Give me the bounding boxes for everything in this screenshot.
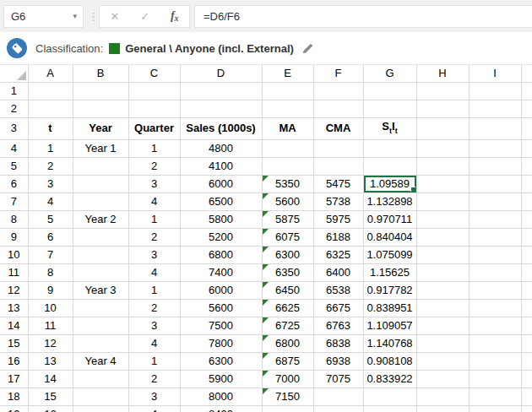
row-header-16[interactable]: 16 xyxy=(0,352,28,370)
cell-I11[interactable] xyxy=(469,263,521,281)
cell-A1[interactable] xyxy=(28,83,73,100)
cell-D11[interactable]: 7400 xyxy=(180,263,262,281)
cell-D12[interactable]: 6000 xyxy=(180,281,262,299)
cell-G8[interactable]: 0.970711 xyxy=(363,210,416,228)
cell-I6[interactable] xyxy=(469,175,521,192)
cell-C18[interactable]: 3 xyxy=(128,388,180,405)
cell-D6[interactable]: 6000 xyxy=(180,175,262,192)
cell-F5[interactable] xyxy=(313,157,363,175)
cell-H10[interactable] xyxy=(416,246,469,263)
cell-B8[interactable]: Year 2 xyxy=(73,210,128,228)
cell-H12[interactable] xyxy=(416,281,469,299)
cell-H8[interactable] xyxy=(416,210,469,228)
row-header-5[interactable]: 5 xyxy=(0,157,28,175)
cell-H18[interactable] xyxy=(416,388,469,405)
column-header-I[interactable]: I xyxy=(469,65,521,83)
cell-D17[interactable]: 5900 xyxy=(180,370,262,388)
cell-F6[interactable]: 5475 xyxy=(313,175,363,192)
enter-icon[interactable]: ✓ xyxy=(140,10,149,23)
cell-H7[interactable] xyxy=(416,192,469,210)
chevron-down-icon[interactable]: ▾ xyxy=(73,12,83,20)
cell-H9[interactable] xyxy=(416,228,469,246)
cell-A7[interactable]: 4 xyxy=(28,192,73,210)
cell-I3[interactable] xyxy=(469,118,521,140)
cell-D16[interactable]: 6300 xyxy=(180,352,262,370)
cell-F15[interactable]: 6838 xyxy=(313,334,363,352)
cell-I7[interactable] xyxy=(469,192,521,210)
cell-G19[interactable] xyxy=(363,405,416,412)
cell-C19[interactable]: 4 xyxy=(128,405,180,412)
row-header-11[interactable]: 11 xyxy=(0,263,28,281)
cell-B10[interactable] xyxy=(73,246,128,263)
cell-H1[interactable] xyxy=(416,83,469,100)
row-header-14[interactable]: 14 xyxy=(0,317,28,334)
cell-A2[interactable] xyxy=(28,100,73,118)
cell-H11[interactable] xyxy=(416,263,469,281)
cell-B3[interactable]: Year xyxy=(73,118,128,140)
cell-D9[interactable]: 5200 xyxy=(180,228,262,246)
column-header-H[interactable]: H xyxy=(416,65,469,83)
cell-D4[interactable]: 4800 xyxy=(180,139,262,157)
cell-F2[interactable] xyxy=(313,100,363,118)
column-header-E[interactable]: E xyxy=(262,65,313,83)
cell-C12[interactable]: 1 xyxy=(128,281,180,299)
cell-B17[interactable] xyxy=(73,370,128,388)
cell-A12[interactable]: 9 xyxy=(28,281,73,299)
cell-G9[interactable]: 0.840404 xyxy=(363,228,416,246)
cell-E18[interactable]: 7150 xyxy=(262,388,313,405)
cell-B15[interactable] xyxy=(73,334,128,352)
cancel-icon[interactable]: ✕ xyxy=(110,10,119,23)
cell-C7[interactable]: 4 xyxy=(128,192,180,210)
cell-D15[interactable]: 7800 xyxy=(180,334,262,352)
row-header-3[interactable]: 3 xyxy=(0,118,28,140)
cell-A14[interactable]: 11 xyxy=(28,317,73,334)
cell-F7[interactable]: 5738 xyxy=(313,192,363,210)
cell-A15[interactable]: 12 xyxy=(28,334,73,352)
cell-G2[interactable] xyxy=(363,100,416,118)
cell-F10[interactable]: 6325 xyxy=(313,246,363,263)
cell-B16[interactable]: Year 4 xyxy=(73,352,128,370)
cell-D2[interactable] xyxy=(180,100,262,118)
cell-I17[interactable] xyxy=(469,370,521,388)
cell-I18[interactable] xyxy=(469,388,521,405)
cell-E8[interactable]: 5875 xyxy=(262,210,313,228)
cell-F9[interactable]: 6188 xyxy=(313,228,363,246)
cell-G17[interactable]: 0.833922 xyxy=(363,370,416,388)
cell-E1[interactable] xyxy=(262,83,313,100)
cell-I19[interactable] xyxy=(469,405,521,412)
cell-E2[interactable] xyxy=(262,100,313,118)
cell-I9[interactable] xyxy=(469,228,521,246)
cell-C2[interactable] xyxy=(128,100,180,118)
cell-G10[interactable]: 1.075099 xyxy=(363,246,416,263)
row-header-2[interactable]: 2 xyxy=(0,100,28,118)
cell-A3[interactable]: t xyxy=(28,118,73,140)
cell-H5[interactable] xyxy=(416,157,469,175)
column-header-D[interactable]: D xyxy=(180,65,262,83)
cell-E16[interactable]: 6875 xyxy=(262,352,313,370)
cell-C1[interactable] xyxy=(128,83,180,100)
cell-E9[interactable]: 6075 xyxy=(262,228,313,246)
cell-F4[interactable] xyxy=(313,139,363,157)
cell-I15[interactable] xyxy=(469,334,521,352)
cell-H4[interactable] xyxy=(416,139,469,157)
cell-E7[interactable]: 5600 xyxy=(262,192,313,210)
cell-F14[interactable]: 6763 xyxy=(313,317,363,334)
cell-H16[interactable] xyxy=(416,352,469,370)
cell-G11[interactable]: 1.15625 xyxy=(363,263,416,281)
cell-D18[interactable]: 8000 xyxy=(180,388,262,405)
cell-A5[interactable]: 2 xyxy=(28,157,73,175)
cell-I10[interactable] xyxy=(469,246,521,263)
cell-F16[interactable]: 6938 xyxy=(313,352,363,370)
column-header-A[interactable]: A xyxy=(28,65,73,83)
cell-H13[interactable] xyxy=(416,299,469,317)
cell-I1[interactable] xyxy=(469,83,521,100)
row-header-12[interactable]: 12 xyxy=(0,281,28,299)
column-header-B[interactable]: B xyxy=(73,65,128,83)
cell-A16[interactable]: 13 xyxy=(28,352,73,370)
cell-G1[interactable] xyxy=(363,83,416,100)
cell-E10[interactable]: 6300 xyxy=(262,246,313,263)
cell-H17[interactable] xyxy=(416,370,469,388)
cell-F8[interactable]: 5975 xyxy=(313,210,363,228)
cell-E13[interactable]: 6625 xyxy=(262,299,313,317)
cell-C10[interactable]: 3 xyxy=(128,246,180,263)
